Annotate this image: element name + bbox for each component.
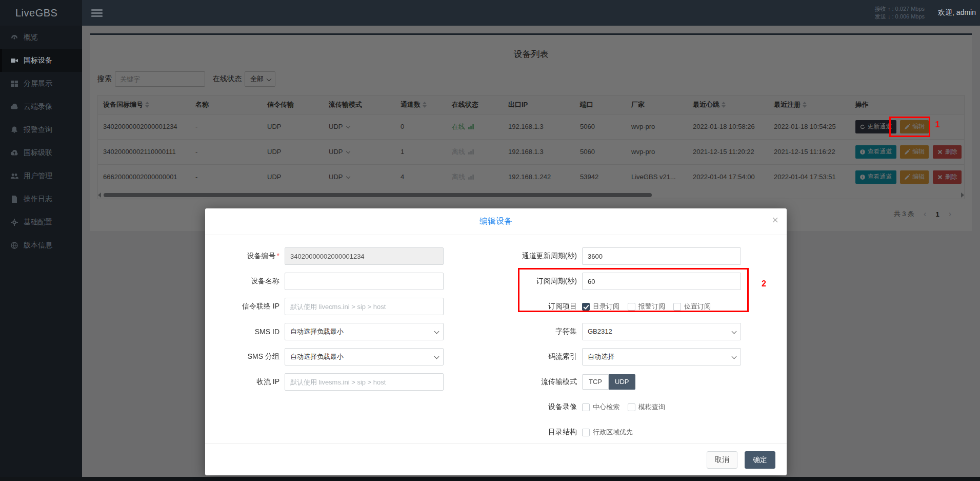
up-arrow-icon: ↑ <box>888 6 891 12</box>
stream-index-select[interactable]: 自动选择 <box>582 348 741 365</box>
position-subscribe-checkbox[interactable] <box>673 303 681 311</box>
required-asterisk: * <box>277 252 279 260</box>
field-device-record: 设备录像 中心检索 模糊查询 <box>505 398 771 416</box>
grid-icon <box>10 80 18 88</box>
field-channel-refresh: 通道更新周期(秒) <box>505 247 771 265</box>
chevron-down-icon <box>732 329 737 334</box>
sidebar-item-split-screen[interactable]: 分屏展示 <box>0 72 82 95</box>
device-id-input <box>285 247 444 265</box>
tcp-option[interactable]: TCP <box>582 374 609 390</box>
field-device-id: 设备编号* <box>221 247 449 265</box>
chevron-down-icon <box>434 354 439 359</box>
field-dir-structure: 目录结构 行政区域优先 <box>505 424 771 441</box>
sidebar-item-gb-cascade[interactable]: 国标级联 <box>0 141 82 164</box>
network-stats: 接收 ↑ : 0.027 Mbps 发送 ↓ : 0.006 Mbps <box>875 5 925 21</box>
field-sms-id: SMS ID 自动选择负载最小 <box>221 323 449 340</box>
modal-body: 设备编号* 设备名称 信令联络 IP SMS ID 自动选择负载最小 SMS 分… <box>205 235 787 449</box>
topbar-right: 接收 ↑ : 0.027 Mbps 发送 ↓ : 0.006 Mbps 欢迎, … <box>875 5 980 21</box>
field-stream-index: 码流索引 自动选择 <box>505 348 771 365</box>
page-footer-bar <box>0 477 980 481</box>
sidebar-nav: 概览 国标设备 分屏展示 云端录像 报警查询 国标级联 <box>0 26 82 257</box>
cloud-icon <box>10 103 18 111</box>
field-device-name: 设备名称 <box>221 273 449 290</box>
down-arrow-icon: ↓ <box>888 13 891 20</box>
admin-region-priority-checkbox[interactable] <box>582 429 590 436</box>
device-name-input[interactable] <box>285 273 444 290</box>
cloud-upload-icon <box>10 149 18 157</box>
form-right-column: 通道更新周期(秒) 订阅周期(秒) 订阅项目 目录订阅 报警订阅 位置订阅 字符… <box>505 247 771 449</box>
hamburger-menu-icon[interactable] <box>91 8 103 18</box>
sms-id-select[interactable]: 自动选择负载最小 <box>285 323 444 340</box>
sidebar-item-basic-config[interactable]: 基础配置 <box>0 210 82 234</box>
sip-contact-ip-input[interactable] <box>285 298 444 315</box>
cancel-button[interactable]: 取消 <box>707 451 737 469</box>
form-left-column: 设备编号* 设备名称 信令联络 IP SMS ID 自动选择负载最小 SMS 分… <box>221 247 449 449</box>
sidebar-item-user-management[interactable]: 用户管理 <box>0 164 82 187</box>
gears-icon <box>10 218 18 226</box>
catalog-subscribe-checkbox[interactable] <box>582 303 590 311</box>
center-search-checkbox[interactable] <box>582 403 590 411</box>
channel-refresh-input[interactable] <box>582 247 741 265</box>
app-logo: LiveGBS <box>0 0 82 26</box>
field-sip-ip: 信令联络 IP <box>221 298 449 315</box>
udp-option[interactable]: UDP <box>609 374 635 390</box>
field-stream-ip: 收流 IP <box>221 373 449 391</box>
fuzzy-query-checkbox[interactable] <box>628 403 635 411</box>
users-icon <box>10 172 18 180</box>
field-stream-mode: 流传输模式 TCP UDP <box>505 373 771 391</box>
sidebar: LiveGBS 概览 国标设备 分屏展示 云端录像 报警查询 <box>0 0 82 481</box>
close-icon[interactable]: × <box>772 215 778 226</box>
bell-icon <box>10 126 18 134</box>
welcome-user[interactable]: 欢迎, admin <box>938 8 976 17</box>
sidebar-item-gb-devices[interactable]: 国标设备 <box>0 49 82 72</box>
field-subscribe-period: 订阅周期(秒) <box>505 273 771 290</box>
gauge-icon <box>10 33 18 42</box>
stream-mode-toggle: TCP UDP <box>582 374 635 390</box>
topbar: 接收 ↑ : 0.027 Mbps 发送 ↓ : 0.006 Mbps 欢迎, … <box>82 0 980 26</box>
modal-footer: 取消 确定 <box>205 444 787 475</box>
alarm-subscribe-checkbox[interactable] <box>628 303 635 311</box>
file-icon <box>10 195 18 203</box>
subscribe-period-input[interactable] <box>582 273 741 290</box>
field-charset: 字符集 GB2312 <box>505 323 771 340</box>
field-subscribe-items: 订阅项目 目录订阅 报警订阅 位置订阅 <box>505 298 771 315</box>
sidebar-item-operation-log[interactable]: 操作日志 <box>0 187 82 210</box>
edit-device-modal: 编辑设备 × 设备编号* 设备名称 信令联络 IP SMS ID 自动选择负载最… <box>205 208 787 475</box>
sidebar-item-overview[interactable]: 概览 <box>0 26 82 49</box>
chevron-down-icon <box>434 329 439 334</box>
stream-receive-ip-input[interactable] <box>285 373 444 391</box>
charset-select[interactable]: GB2312 <box>582 323 741 340</box>
confirm-button[interactable]: 确定 <box>745 451 775 469</box>
modal-header: 编辑设备 × <box>205 208 787 235</box>
modal-title: 编辑设备 <box>479 216 512 227</box>
sidebar-item-cloud-record[interactable]: 云端录像 <box>0 95 82 118</box>
globe-icon <box>10 241 18 249</box>
sms-group-select[interactable]: 自动选择负载最小 <box>285 348 444 365</box>
field-sms-group: SMS 分组 自动选择负载最小 <box>221 348 449 365</box>
sidebar-item-alarm-query[interactable]: 报警查询 <box>0 118 82 141</box>
chevron-down-icon <box>732 354 737 359</box>
camera-icon <box>10 56 18 65</box>
sidebar-item-version-info[interactable]: 版本信息 <box>0 234 82 257</box>
